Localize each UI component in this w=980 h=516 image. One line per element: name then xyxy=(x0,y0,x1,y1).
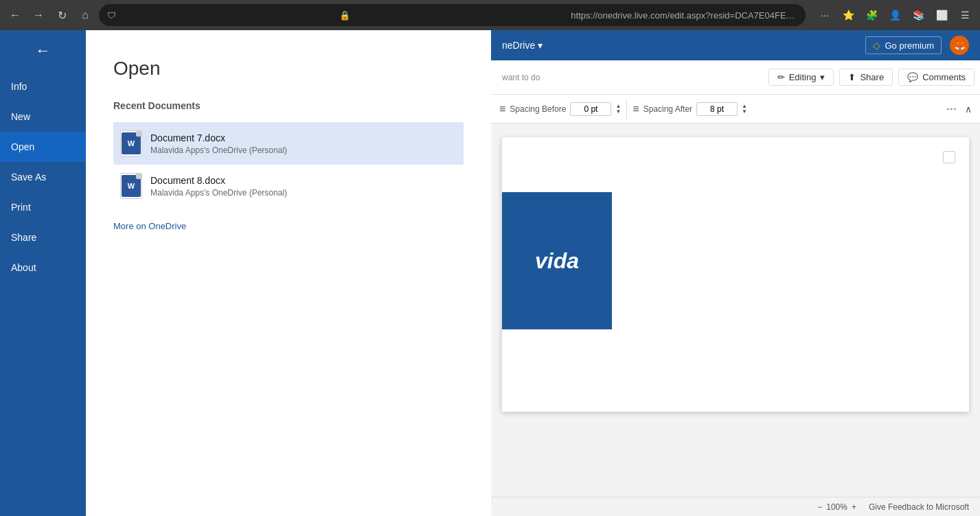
url-text: https://onedrive.live.com/edit.aspx?resi… xyxy=(571,10,797,21)
onedrive-text: neDrive xyxy=(502,40,535,51)
feedback-label: Give Feedback to Microsoft xyxy=(869,502,969,512)
onedrive-chevron[interactable]: ▾ xyxy=(538,40,543,51)
reload-button[interactable]: ↻ xyxy=(52,5,71,25)
panel-title: Open xyxy=(113,58,464,80)
word-icon-7: W xyxy=(122,132,141,154)
comments-button[interactable]: 💬 Comments xyxy=(898,69,975,86)
editor-topbar: neDrive ▾ ◇ Go premium 🦊 xyxy=(491,30,980,60)
spacing-after-spinner: ▲ ▼ xyxy=(742,104,747,115)
editing-label: Editing xyxy=(789,72,817,82)
status-bar: − 100% + Give Feedback to Microsoft xyxy=(491,497,980,516)
share-icon: ⬆ xyxy=(848,72,856,82)
editor-area: neDrive ▾ ◇ Go premium 🦊 want to do xyxy=(491,30,980,516)
toolbar-row: ≡ Spacing Before ▲ ▼ ≡ Spacing After xyxy=(491,95,980,124)
spacing-after-group: ≡ Spacing After ▲ ▼ xyxy=(633,102,747,116)
go-premium-label: Go premium xyxy=(885,40,934,51)
spacing-after-input[interactable] xyxy=(696,102,738,116)
editing-chevron: ▾ xyxy=(820,72,825,82)
sidebar-item-info[interactable]: Info xyxy=(0,71,86,102)
main-content: Open Recent Documents W Document 7.docx … xyxy=(86,30,980,516)
doc-name-7: Document 7.docx xyxy=(150,132,457,143)
comments-label: Comments xyxy=(922,72,966,82)
recent-docs-label: Recent Documents xyxy=(113,100,464,111)
diamond-icon: ◇ xyxy=(873,40,880,51)
firefox-logo: 🦊 xyxy=(950,36,969,55)
forward-button[interactable]: → xyxy=(29,5,48,25)
doc-image-text: vida xyxy=(535,248,579,274)
spacing-before-spinner: ▲ ▼ xyxy=(615,104,621,115)
doc-info-8: Document 8.docx Malavida Apps's OneDrive… xyxy=(150,175,457,198)
pencil-icon: ✏ xyxy=(777,72,785,82)
go-premium-button[interactable]: ◇ Go premium xyxy=(865,36,942,54)
sidebar-item-share-label: Share xyxy=(11,232,36,243)
spacing-before-icon: ≡ xyxy=(499,103,505,115)
sidebar-back-button[interactable]: ← xyxy=(0,30,86,71)
toolbar-divider xyxy=(626,99,627,119)
sidebar-item-info-label: Info xyxy=(11,81,27,92)
sidebar-browser-icon[interactable]: 📚 xyxy=(909,5,928,25)
doc-location-7: Malavida Apps's OneDrive (Personal) xyxy=(150,145,457,155)
address-bar[interactable]: 🛡 🔒 https://onedrive.live.com/edit.aspx?… xyxy=(99,4,806,26)
extensions-icon[interactable]: 🧩 xyxy=(862,5,881,25)
more-on-onedrive-link[interactable]: More on OneDrive xyxy=(113,221,186,231)
word-icon-8: W xyxy=(122,175,141,197)
sidebar-item-print-label: Print xyxy=(11,202,31,213)
spacing-after-down[interactable]: ▼ xyxy=(742,109,747,115)
collapse-ribbon-btn[interactable]: ∧ xyxy=(965,104,972,115)
zoom-controls: − 100% + Give Feedback to Microsoft xyxy=(817,502,969,512)
panel-container: Open Recent Documents W Document 7.docx … xyxy=(86,30,980,516)
onedrive-label: neDrive ▾ xyxy=(502,40,543,51)
sidebar-item-about-label: About xyxy=(11,262,36,273)
tab-icon[interactable]: ⬜ xyxy=(932,5,951,25)
share-button[interactable]: ⬆ Share xyxy=(839,69,893,86)
tell-me-text: want to do xyxy=(502,73,540,82)
browser-extras: ··· ⭐ 🧩 👤 📚 ⬜ ☰ xyxy=(815,5,975,25)
lock-icon: 🔒 xyxy=(339,10,566,21)
bookmark-icon[interactable]: ⭐ xyxy=(839,5,858,25)
sidebar-item-print[interactable]: Print xyxy=(0,192,86,222)
menu-icon[interactable]: ☰ xyxy=(955,5,975,25)
doc-page: vida xyxy=(502,137,969,412)
sidebar-item-open[interactable]: Open xyxy=(0,132,86,162)
doc-icon-8: W xyxy=(120,173,142,199)
sidebar-item-share[interactable]: Share xyxy=(0,222,86,253)
home-button[interactable]: ⌂ xyxy=(76,5,95,25)
zoom-minus[interactable]: − xyxy=(817,502,822,512)
open-panel: Open Recent Documents W Document 7.docx … xyxy=(86,30,491,516)
doc-name-8: Document 8.docx xyxy=(150,175,457,186)
spacing-after-icon: ≡ xyxy=(633,103,639,115)
checkbox[interactable] xyxy=(943,151,955,163)
spacing-before-label: Spacing Before xyxy=(510,104,566,114)
tell-me-section: want to do xyxy=(497,73,545,82)
document-item-7[interactable]: W Document 7.docx Malavida Apps's OneDri… xyxy=(113,122,464,165)
sidebar-item-open-label: Open xyxy=(11,141,34,152)
app-container: ← Info New Open Save As Print Share Abou… xyxy=(0,30,980,516)
spacing-after-label: Spacing After xyxy=(643,104,692,114)
doc-location-8: Malavida Apps's OneDrive (Personal) xyxy=(150,188,457,198)
more-toolbar-btn[interactable]: ··· xyxy=(946,102,957,116)
browser-chrome: ← → ↻ ⌂ 🛡 🔒 https://onedrive.live.com/ed… xyxy=(0,0,980,30)
comments-icon: 💬 xyxy=(907,72,918,82)
document-item-8[interactable]: W Document 8.docx Malavida Apps's OneDri… xyxy=(113,165,464,207)
editor-doc-area: vida xyxy=(491,124,980,497)
spacing-before-down[interactable]: ▼ xyxy=(615,109,621,115)
zoom-level: 100% xyxy=(826,502,847,512)
doc-info-7: Document 7.docx Malavida Apps's OneDrive… xyxy=(150,132,457,155)
editor-ribbon: want to do ✏ Editing ▾ ⬆ Share xyxy=(491,60,980,95)
back-button[interactable]: ← xyxy=(5,5,25,25)
spacing-before-input[interactable] xyxy=(570,102,611,116)
profile-icon[interactable]: 👤 xyxy=(885,5,904,25)
more-browser-btn[interactable]: ··· xyxy=(815,5,834,25)
editing-button[interactable]: ✏ Editing ▾ xyxy=(768,69,834,86)
doc-icon-7: W xyxy=(120,130,142,156)
shield-icon: 🛡 xyxy=(107,10,334,21)
zoom-plus[interactable]: + xyxy=(852,502,856,512)
share-label: Share xyxy=(860,72,884,82)
sidebar-item-save-as-label: Save As xyxy=(11,172,46,183)
sidebar-item-new[interactable]: New xyxy=(0,102,86,132)
sidebar-item-save-as[interactable]: Save As xyxy=(0,162,86,192)
doc-image: vida xyxy=(502,192,612,329)
sidebar-item-new-label: New xyxy=(11,111,30,122)
sidebar-item-about[interactable]: About xyxy=(0,253,86,283)
spacing-before-group: ≡ Spacing Before ▲ ▼ xyxy=(499,102,621,116)
